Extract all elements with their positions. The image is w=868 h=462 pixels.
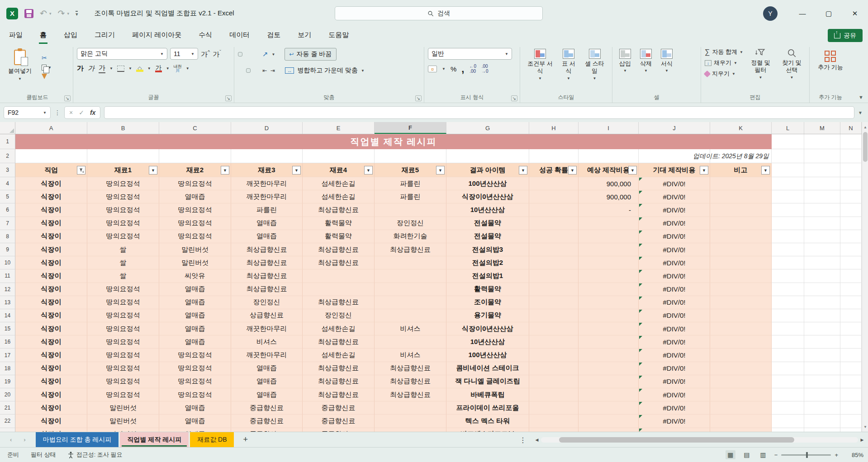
ribbon-tab-데이터[interactable]: 데이터 [228,28,251,44]
cell[interactable]: 파를린 [375,177,446,190]
redo-icon[interactable]: ↷ [57,8,65,19]
cell[interactable]: 최상급향신료 [303,375,375,388]
empty-cell[interactable] [772,322,804,335]
cell[interactable]: 텍스 멕스 타워 [446,415,529,428]
cell[interactable] [579,283,639,296]
column-header-H[interactable]: H [529,122,579,134]
table-header-재료1[interactable]: 재료1▼ [87,163,159,177]
cell[interactable] [529,335,579,349]
cell[interactable] [579,349,639,362]
vertical-scroll-thumb[interactable] [863,132,868,162]
cell[interactable]: 용기물약 [446,309,529,322]
cell[interactable]: 최상급향신료 [231,283,303,296]
cell[interactable]: 땅의요정석 [159,177,231,190]
cell[interactable]: 열매즙 [159,309,231,322]
cell[interactable]: 쌀 [87,243,159,256]
share-button[interactable]: 공유 [828,29,863,42]
cell[interactable]: 땅의요정석 [159,230,231,243]
empty-cell[interactable] [772,388,804,401]
cell[interactable]: 비셔스 [375,322,446,335]
cell[interactable] [710,388,772,401]
empty-cell[interactable] [15,149,87,163]
cell[interactable] [710,190,772,203]
cell[interactable]: 잭 다니엘 글레이즈립 [446,375,529,388]
cell[interactable]: 장인정신 [375,217,446,230]
format-cells-button[interactable]: 서식▼ [658,48,676,94]
cell[interactable]: 말린버섯 [87,428,159,432]
cell[interactable]: 중급향신료 [303,428,375,432]
cell[interactable]: #DIV/0! [639,256,710,269]
column-header-D[interactable]: D [231,122,303,134]
cell[interactable] [710,428,772,432]
cell[interactable]: 중급향신료 [303,401,375,415]
cell[interactable]: 활력물약 [303,230,375,243]
cell[interactable]: 최상급향신료 [303,203,375,217]
cell[interactable]: 섬세한손길 [303,190,375,203]
cell[interactable]: 식장이 [15,203,87,217]
cell[interactable]: 장인정신 [303,309,375,322]
empty-cell[interactable] [840,243,862,256]
select-all-corner[interactable] [0,122,15,134]
cell[interactable] [529,296,579,309]
cell[interactable]: 최상급향신료 [303,243,375,256]
search-input[interactable]: 검색 [335,6,543,20]
bold-button[interactable]: 가 [77,64,84,73]
cell[interactable]: 식장이 [15,322,87,335]
table-header-재료3[interactable]: 재료3▼ [231,163,303,177]
empty-cell[interactable] [804,177,840,190]
cell[interactable]: 열매즙 [231,230,303,243]
cell[interactable] [529,362,579,375]
page-break-view-icon[interactable]: ▥ [758,450,768,459]
cell[interactable]: 섬세한손길 [303,322,375,335]
empty-cell[interactable] [772,203,804,217]
empty-cell[interactable] [804,217,840,230]
cell[interactable] [529,415,579,428]
cell[interactable] [710,362,772,375]
cell[interactable] [529,283,579,296]
customize-quick-access-icon[interactable]: ▾ [76,11,78,16]
sheet-options-icon[interactable]: ⋮ [519,432,526,448]
empty-cell[interactable] [840,335,862,349]
cell[interactable]: 식장이0년산산삼 [446,190,529,203]
ribbon-tab-도움말[interactable]: 도움말 [327,28,350,44]
cell[interactable]: 열매즙 [159,190,231,203]
empty-cell[interactable] [772,177,804,190]
cell[interactable]: 말린버섯 [87,415,159,428]
cell[interactable]: 말린버섯 [159,256,231,269]
cell[interactable] [579,243,639,256]
cell[interactable]: 쌀 [87,269,159,283]
filter-status[interactable]: 필터 상태 [31,451,56,459]
empty-cell[interactable] [804,388,840,401]
empty-cell[interactable] [772,269,804,283]
cell[interactable]: #DIV/0! [639,190,710,203]
horizontal-scroll-thumb[interactable] [559,437,794,443]
empty-cell[interactable] [772,415,804,428]
cell[interactable] [710,203,772,217]
cell[interactable]: 화려한기술 [375,230,446,243]
horizontal-scrollbar[interactable]: ◀ ▶ [533,435,866,445]
cell[interactable]: #DIV/0! [639,269,710,283]
find-select-button[interactable]: 찾기 및 선택▼ [778,48,806,94]
cell[interactable] [710,256,772,269]
filter-applied-icon[interactable] [77,166,85,174]
cell[interactable]: 콤비네이션 스테이크 [446,362,529,375]
redo-caret-icon[interactable]: ▾ [67,11,69,16]
cell[interactable] [529,388,579,401]
empty-cell[interactable] [840,388,862,401]
empty-cell[interactable] [804,256,840,269]
clear-button[interactable]: 지우기▼ [705,70,743,78]
cell[interactable]: #DIV/0! [639,388,710,401]
cell[interactable]: 말린버섯 [159,243,231,256]
column-header-J[interactable]: J [639,122,710,134]
cell[interactable] [579,335,639,349]
empty-cell[interactable] [804,149,840,163]
undo-icon[interactable]: ↶ [40,8,47,19]
empty-cell[interactable] [772,230,804,243]
cell[interactable]: 활력물약 [303,217,375,230]
cell[interactable]: 열매즙 [159,415,231,428]
filter-dropdown-icon[interactable]: ▼ [761,166,770,174]
cell[interactable]: 중급향신료 [303,415,375,428]
table-header-기대 제작비용[interactable]: 기대 제작비용▼ [639,163,710,177]
cell[interactable]: #DIV/0! [639,177,710,190]
ribbon-tab-삽입[interactable]: 삽입 [63,28,78,44]
